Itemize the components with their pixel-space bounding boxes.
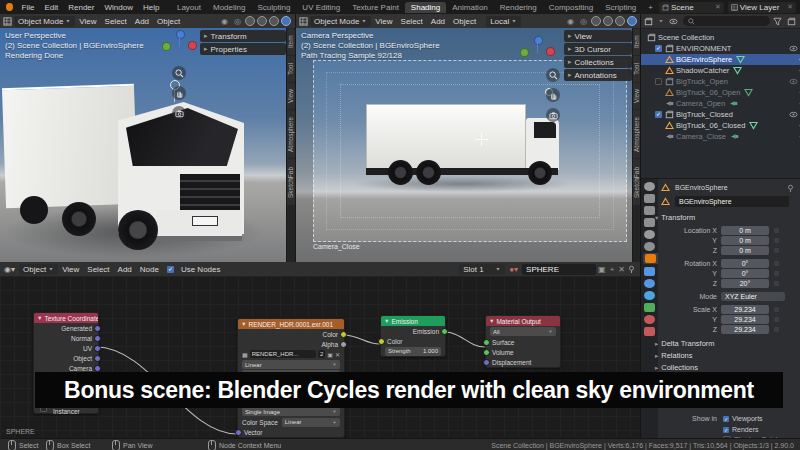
outliner-row-environment[interactable]: ✓ ENVIRONMENT (641, 43, 800, 54)
lock-icon[interactable] (774, 248, 779, 253)
tab-sketchfab[interactable]: SketchFab (287, 159, 295, 205)
view-layer-selector[interactable]: View Layer ✕ (728, 2, 796, 13)
shading-solid-icon[interactable] (603, 16, 613, 26)
panel-properties[interactable]: ▸Properties (200, 43, 286, 55)
shading-wireframe-icon[interactable] (245, 16, 255, 26)
outliner-row-bigtruck-06-closed[interactable]: BigTruck_06_Closed (641, 120, 800, 131)
shading-wireframe-icon[interactable] (591, 16, 601, 26)
lock-icon[interactable] (774, 327, 779, 332)
tab-texture-paint[interactable]: Texture Paint (346, 2, 405, 13)
source-dropdown[interactable]: Single Image (242, 407, 340, 416)
fake-user-icon[interactable]: ▣ (327, 351, 333, 358)
add-workspace-button[interactable]: + (642, 2, 659, 13)
image-browse-icon[interactable]: ▦ (242, 351, 248, 358)
checkbox-icon[interactable] (655, 78, 662, 85)
proportional-edit-icon[interactable]: ◎ (232, 17, 243, 26)
outliner-row-bigtruck-open[interactable]: BigTruck_Open (641, 76, 800, 87)
outliner-row-shadowcatcher[interactable]: ShadowCatcher (641, 65, 800, 76)
lock-icon[interactable] (774, 228, 779, 233)
outliner-row-camera-open[interactable]: Camera_Open (641, 98, 800, 109)
menu-view[interactable]: View (371, 17, 396, 26)
funnel-filter-icon[interactable] (773, 17, 782, 26)
shading-material-icon[interactable] (269, 16, 279, 26)
scale-z-field[interactable]: 29.234 (721, 325, 769, 334)
menu-add[interactable]: Add (114, 265, 136, 274)
panel-delta-transform[interactable]: ▸Delta Transform (655, 339, 715, 348)
menu-add[interactable]: Add (131, 17, 153, 26)
menu-help[interactable]: Help (138, 3, 164, 12)
tab-tool[interactable]: Tool (287, 56, 295, 82)
menu-object[interactable]: Object (449, 17, 480, 26)
menu-add[interactable]: Add (427, 17, 449, 26)
image-name-field[interactable]: RENDER_HDR... (250, 350, 316, 358)
tab-material-icon[interactable] (644, 315, 655, 324)
checkbox-icon[interactable]: ✓ (655, 45, 662, 52)
lock-icon[interactable] (774, 238, 779, 243)
editor-type-icon[interactable] (299, 17, 308, 26)
scene-unlink-icon[interactable]: ✕ (715, 3, 721, 11)
image-users-count[interactable]: 2 (318, 350, 325, 358)
menu-select[interactable]: Select (101, 17, 131, 26)
socket-uv[interactable] (94, 345, 101, 352)
viewport-left-canvas[interactable]: User Perspective (2) Scene Collection | … (0, 28, 295, 262)
shading-rendered-icon[interactable] (627, 16, 637, 26)
panel-3d-cursor[interactable]: ▸3D Cursor (564, 43, 632, 55)
tab-particles-icon[interactable] (644, 279, 655, 288)
filter-mode-icon[interactable] (669, 17, 678, 26)
socket-generated[interactable] (94, 325, 101, 332)
menu-file[interactable]: File (17, 3, 40, 12)
tab-scripting[interactable]: Scripting (599, 2, 642, 13)
socket-color-out[interactable] (340, 331, 347, 338)
checkbox-icon[interactable]: ✓ (655, 111, 662, 118)
editor-type-icon[interactable]: ◉▾ (0, 265, 19, 274)
scale-x-field[interactable]: 29.234 (721, 305, 769, 314)
menu-node[interactable]: Node (136, 265, 163, 274)
lock-icon[interactable] (774, 261, 779, 266)
viewport-right-canvas[interactable]: Camera Perspective (2) Scene Collection … (296, 28, 641, 262)
menu-view[interactable]: View (75, 17, 100, 26)
tab-view[interactable]: View (287, 83, 295, 109)
outliner-row-scene-collection[interactable]: Scene Collection (641, 32, 800, 43)
tab-world-icon[interactable] (644, 242, 655, 251)
outliner-search-input[interactable] (683, 16, 770, 26)
panel-collections[interactable]: ▸Collections (564, 56, 632, 68)
panel-annotations[interactable]: ▸Annotations (564, 69, 632, 81)
eye-icon[interactable] (789, 44, 798, 53)
tab-modeling[interactable]: Modeling (207, 2, 251, 13)
tab-tool-icon[interactable] (644, 182, 655, 191)
node-material-output[interactable]: ▼Material Output All Surface Volume Disp… (485, 315, 561, 368)
panel-collections[interactable]: ▸Collections (655, 363, 698, 372)
panel-transform[interactable]: ▸Transform (200, 30, 286, 42)
color-space-dropdown[interactable]: Linear (282, 418, 340, 427)
checkbox-icon[interactable]: ✓ (723, 427, 729, 433)
proportional-edit-icon[interactable]: ◎ (578, 17, 589, 26)
tab-output-icon[interactable] (644, 206, 655, 215)
tab-texture-icon[interactable] (644, 327, 655, 336)
socket-surface-in[interactable] (483, 339, 490, 346)
zoom-icon[interactable] (172, 66, 186, 80)
location-y-field[interactable]: 0 m (721, 236, 769, 245)
new-material-icon[interactable]: + (608, 265, 617, 274)
tab-scene-icon[interactable] (644, 230, 655, 239)
tab-animation[interactable]: Animation (446, 2, 494, 13)
location-x-field[interactable]: 0 m (721, 226, 769, 235)
pan-hand-icon[interactable] (546, 88, 560, 102)
pin-icon[interactable] (627, 265, 636, 274)
tab-modifiers-icon[interactable] (644, 267, 655, 276)
tab-object-icon[interactable] (645, 254, 656, 263)
new-collection-icon[interactable] (787, 17, 796, 26)
snap-magnet-icon[interactable]: ◉ (217, 17, 232, 26)
editor-type-icon[interactable] (644, 17, 653, 26)
tab-physics-icon[interactable] (644, 291, 655, 300)
panel-view[interactable]: ▸View (564, 30, 632, 42)
camera-view-icon[interactable] (546, 108, 560, 122)
shading-solid-icon[interactable] (257, 16, 267, 26)
tab-uv-editing[interactable]: UV Editing (296, 2, 346, 13)
lock-icon[interactable] (774, 281, 779, 286)
unlink-image-icon[interactable]: ✕ (335, 351, 340, 358)
axis-gizmo[interactable] (518, 36, 554, 66)
camera-view-icon[interactable] (172, 106, 186, 120)
rotation-x-field[interactable]: 0° (721, 259, 769, 268)
tab-item[interactable]: Item (287, 29, 295, 55)
menu-select[interactable]: Select (83, 265, 113, 274)
